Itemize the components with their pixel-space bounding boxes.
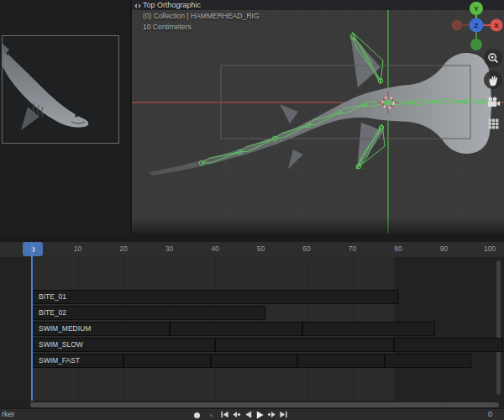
preview-render-frame[interactable] [2,35,119,144]
nla-strip-swim_fast[interactable] [297,354,385,368]
current-frame-badge[interactable]: 0 [23,242,43,256]
grid-icon [486,117,501,131]
next-keyframe-button[interactable] [267,410,276,419]
play-icon [255,410,265,420]
frame-gridline [490,257,491,401]
scale-label: 10 Centimeters [143,23,192,31]
strip-label: SWIM_MEDIUM [33,323,169,335]
ruler-tick: 90 [433,244,455,253]
timeline-footer: rker [0,408,504,420]
nla-strip-swim_fast[interactable] [385,354,472,368]
play-button[interactable] [255,410,265,419]
ruler-tick: 40 [204,244,226,253]
play-reverse-icon [244,410,253,419]
ruler-tick: 100 [479,244,501,253]
nla-strip-bite_02[interactable]: BITE_02 [32,306,265,320]
nla-strip-swim_medium[interactable] [302,322,435,336]
viewport-bottom-fade [132,217,504,234]
view-label: Top Orthographic [143,1,201,9]
marker-menu-label[interactable]: rker [2,410,15,418]
prev-keyframe-button[interactable] [232,410,241,419]
3d-viewport[interactable]: Top Orthographic (0) Collection | HAMMER… [130,0,504,234]
ruler-tick: 20 [113,244,134,253]
pan-hand-icon [486,73,501,87]
ruler-tick: 60 [296,244,318,253]
jump-end-icon [279,410,288,419]
preview-shark-image [3,36,118,143]
jump-start-button[interactable] [220,410,229,419]
ruler-tick: 70 [342,244,364,253]
nla-strip-swim_slow[interactable] [394,338,504,352]
side-preview-panel [0,0,130,234]
nla-strip-swim_slow[interactable] [215,338,394,352]
nla-strip-swim_fast[interactable] [123,354,211,368]
zoom-button[interactable] [484,49,502,67]
horizontal-scrollbar[interactable] [30,402,499,407]
nla-strip-bite_01[interactable]: BITE_01 [32,290,398,304]
svg-text:Y: Y [474,5,479,13]
frame-gridline [444,257,445,401]
prev-keyframe-icon [232,410,241,419]
autokey-dot-icon [210,414,213,417]
grid-toggle-button[interactable] [484,114,502,133]
vertical-scrollbar[interactable] [496,260,501,395]
camera-view-button[interactable] [484,92,502,111]
frame-counter: 0 [488,410,492,418]
strip-label: SWIM_SLOW [33,339,214,351]
strip-label: SWIM_FAST [33,354,123,367]
playhead[interactable] [31,243,33,401]
nla-track-area[interactable]: BITE_01BITE_02SWIM_MEDIUMSWIM_SLOWSWIM_F… [0,257,504,401]
blender-window: Top Orthographic (0) Collection | HAMMER… [0,0,504,420]
navigation-gizmo[interactable]: Y X Z [449,2,504,52]
nla-strip-swim_fast[interactable]: SWIM_FAST [32,354,123,368]
jump-start-icon [220,410,229,419]
nla-strip-swim_slow[interactable]: SWIM_SLOW [32,338,215,352]
gizmo-neg-y-ball[interactable] [470,39,482,50]
ruler-tick: 10 [67,244,89,253]
record-icon[interactable] [194,412,200,418]
editor-corner-icon[interactable] [134,3,142,9]
next-keyframe-icon [267,410,276,419]
pan-button[interactable] [484,71,502,89]
strip-label: BITE_02 [33,307,265,319]
collection-label: (0) Collection | HAMMERHEAD_RIG [143,12,259,20]
ruler-tick: 30 [159,244,181,253]
nla-strip-swim_fast[interactable] [211,354,298,368]
jump-end-button[interactable] [279,410,288,419]
ruler-tick: 50 [250,244,272,253]
timeline-top-band [0,234,504,242]
camera-icon [486,94,501,110]
nla-strip-swim_medium[interactable]: SWIM_MEDIUM [32,322,170,336]
scrollbar-row [0,401,504,408]
svg-text:Z: Z [475,22,479,29]
zoom-icon [486,50,501,66]
svg-text:X: X [494,22,499,29]
play-reverse-button[interactable] [244,410,253,419]
ruler-tick: 80 [387,244,409,253]
nla-strip-swim_medium[interactable] [170,322,302,336]
timeline-ruler[interactable]: 0 102030405060708090100 [0,242,504,257]
gizmo-neg-x-ball[interactable] [452,20,463,31]
strip-label: BITE_01 [33,291,397,303]
